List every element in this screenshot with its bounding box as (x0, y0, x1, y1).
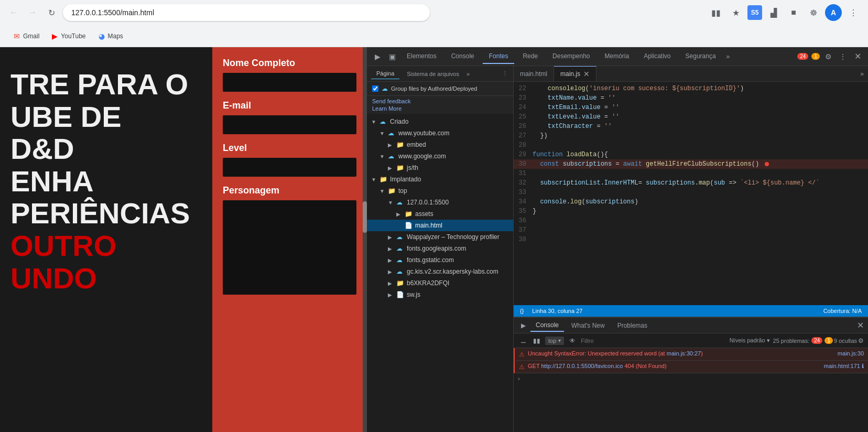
forward-button[interactable]: → (25, 5, 40, 20)
tree-item-jsth[interactable]: ▶ 📁 js/th (367, 162, 513, 174)
send-feedback-link[interactable]: Send feedback (372, 98, 508, 104)
tree-label-criado: Criado (390, 118, 408, 125)
bookmark-gmail[interactable]: ✉ Gmail (8, 30, 45, 42)
tree-item-youtube[interactable]: ▼ ☁ www.youtube.com (367, 127, 513, 139)
devtools-tab-aplicativo[interactable]: Aplicativo (637, 49, 677, 64)
console-prompt: › (518, 375, 520, 382)
code-content[interactable]: 22 consolelog('inseriu com sucesso: ${su… (514, 82, 868, 305)
tree-label-main-html: main.html (415, 222, 442, 229)
console-filter-top-label[interactable]: top (548, 338, 556, 344)
toolbar-actions: ▮▮ ★ S5 ▟ ■ ☸ A ⋮ (708, 4, 862, 21)
code-tab-main-html[interactable]: main.html (514, 66, 554, 81)
code-line-27: 27 }) (514, 131, 868, 141)
tree-arrow: ▶ (388, 292, 394, 298)
console-settings-icon[interactable]: ⚙ (858, 337, 864, 344)
tree-arrow: ▶ (388, 234, 394, 240)
devtools-settings-icon[interactable]: ⚙ (822, 50, 834, 63)
console-error-1: ⚠ Uncaught SyntaxError: Unexpected reser… (514, 348, 868, 361)
devtools-tab-desempenho[interactable]: Desempenho (546, 49, 596, 64)
tree-item-assets[interactable]: ▶ 📁 assets (367, 208, 513, 220)
learn-more-link[interactable]: Learn More (372, 105, 508, 112)
tree-item-implantado[interactable]: ▼ 📁 Implantado (367, 174, 513, 185)
console-filter-input[interactable] (581, 338, 623, 344)
bookmark-button[interactable]: ★ (728, 4, 744, 21)
menu-button[interactable]: ⋮ (845, 4, 862, 21)
code-tabs-more[interactable]: » (856, 70, 868, 78)
tree-item-criado[interactable]: ▼ ☁ Criado (367, 116, 513, 127)
code-tab-close-button[interactable]: ✕ (583, 70, 590, 78)
tree-item-localhost[interactable]: ▼ ☁ 127.0.0.1:5500 (367, 197, 513, 208)
file-tree: ▼ ☁ Criado ▼ ☁ www.youtube.com (367, 114, 513, 432)
devtools-tab-seguranca[interactable]: Segurança (679, 49, 722, 64)
console-tab-problemas[interactable]: Problemas (612, 320, 653, 331)
code-tab-js-label: main.js (560, 70, 580, 78)
tree-arrow: ▼ (379, 131, 386, 136)
back-button[interactable]: ← (6, 5, 21, 20)
form-textarea-personagem[interactable] (223, 200, 356, 295)
tab-groups-button[interactable]: ☸ (805, 4, 822, 21)
tree-label-jsth: js/th (407, 164, 418, 171)
tree-label-fonts-gstatic: fonts.gstatic.com (407, 256, 454, 264)
folder-icon: 📁 (379, 176, 388, 183)
console-level-select[interactable]: Níveis padrão ▾ (730, 337, 770, 344)
form-input-email[interactable] (223, 115, 356, 134)
error-link-2[interactable]: http://127.0.0.1:5500/favicon.ico (541, 363, 623, 369)
tree-arrow: ▼ (379, 154, 386, 159)
cast-button[interactable]: ▮▮ (708, 4, 724, 21)
tree-item-top[interactable]: ▼ 📁 top (367, 185, 513, 197)
devtools-tab-memoria[interactable]: Memória (599, 49, 636, 64)
s5-extension[interactable]: S5 (747, 5, 762, 20)
tree-item-main-html[interactable]: 📄 main.html (367, 220, 513, 231)
js-file-icon: 📄 (396, 291, 405, 298)
address-bar[interactable] (63, 4, 430, 21)
tree-item-wappalyzer[interactable]: ▶ ☁ Wappalyzer – Technology profiler (367, 231, 513, 243)
tree-item-google[interactable]: ▼ ☁ www.google.com (367, 150, 513, 162)
bookmark-youtube[interactable]: ▶ YouTube (47, 30, 91, 42)
status-line-col[interactable]: Linha 30, coluna 27 (532, 308, 582, 314)
reload-button[interactable]: ↻ (44, 5, 59, 20)
webpage: TRE PARA O UBE DE D&D ENHA PERIÊNCIAS OU… (0, 47, 367, 432)
error-file-2[interactable]: main.html:171 ℹ (824, 363, 864, 370)
tree-item-fonts-gstatic[interactable]: ▶ ☁ fonts.gstatic.com (367, 254, 513, 266)
tree-item-swjs[interactable]: ▶ 📄 sw.js (367, 289, 513, 300)
tree-item-b6xkra[interactable]: ▶ 📁 b6XKRA2DFQI (367, 277, 513, 289)
devtools-tab-elementos[interactable]: Elementos (400, 49, 443, 64)
devtools-tab-fontes[interactable]: Fontes (483, 49, 515, 64)
console-pause-button[interactable]: ▮▮ (531, 336, 542, 346)
console-eye-button[interactable]: 👁 (567, 336, 578, 346)
left-tabs-more[interactable]: » (466, 71, 470, 77)
left-tab-action-dots[interactable]: ⋮ (501, 69, 509, 78)
console-tab-whatsnew[interactable]: What's New (566, 320, 610, 331)
devtools-device-icon[interactable]: ▣ (386, 50, 398, 63)
console-close-button[interactable]: ✕ (857, 320, 864, 330)
webpage-scrollbar[interactable] (363, 47, 367, 432)
extensions-button[interactable]: ▟ (765, 4, 782, 21)
status-braces[interactable]: {} (520, 308, 524, 314)
devtools-close-button[interactable]: ✕ (851, 50, 864, 63)
left-tab-pagina[interactable]: Página (371, 68, 399, 79)
tree-item-embed[interactable]: ▶ 📁 embed (367, 139, 513, 150)
console-tab-console[interactable]: Console (530, 319, 564, 332)
devtools-panel: ▶ ▣ Elementos Console Fontes Rede Desemp… (367, 47, 868, 432)
devtools-tab-rede[interactable]: Rede (516, 49, 544, 64)
form-input-level[interactable] (223, 158, 356, 177)
form-input-nome[interactable] (223, 73, 356, 92)
customize-button[interactable]: ■ (785, 4, 802, 21)
console-icon[interactable]: ▶ (518, 320, 528, 331)
error-link-1[interactable]: main.js:30:27 (667, 350, 701, 357)
left-tab-sistema[interactable]: Sistema de arquivos (402, 69, 464, 79)
error-file-1[interactable]: main.js:30 (838, 350, 864, 357)
folder-icon: 📁 (405, 210, 413, 218)
tree-item-kaspersky[interactable]: ▶ ☁ gc.kis.v2.scr.kaspersky-labs.com (367, 266, 513, 277)
devtools-tab-console[interactable]: Console (445, 49, 481, 64)
bookmark-maps[interactable]: ◕ Maps (93, 30, 128, 42)
group-files-checkbox[interactable] (372, 85, 378, 92)
code-tab-main-js[interactable]: main.js ✕ (554, 66, 596, 81)
tree-item-fonts-google[interactable]: ▶ ☁ fonts.googleapis.com (367, 243, 513, 254)
devtools-tabs-more[interactable]: » (724, 51, 732, 62)
browser-chrome: ← → ↻ ▮▮ ★ S5 ▟ ■ ☸ A ⋮ ✉ Gmail ▶ YouTub… (0, 0, 868, 47)
profile-button[interactable]: A (825, 4, 842, 21)
devtools-inspect-icon[interactable]: ▶ (371, 50, 384, 63)
devtools-more-icon[interactable]: ⋮ (837, 50, 849, 63)
console-clear-button[interactable]: ⚊ (518, 336, 528, 346)
